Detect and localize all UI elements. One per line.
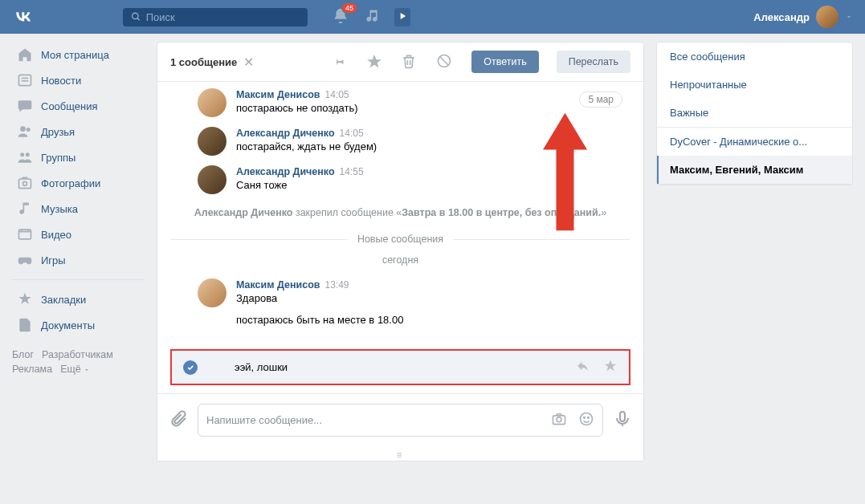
selection-count: 1 сообщение (170, 56, 237, 68)
messages-list: Максим Денисов14:05 постараюсь не опозда… (157, 82, 643, 393)
user-menu[interactable]: Александр (753, 6, 853, 28)
date-pill: 5 мар (579, 91, 622, 108)
svg-rect-19 (620, 412, 625, 421)
message-item[interactable]: Максим Денисов13:49 Здарова (170, 274, 630, 312)
footer-blog[interactable]: Блог (12, 349, 34, 360)
top-header: 45 Александр (0, 0, 865, 34)
check-icon (183, 360, 198, 375)
nav-groups[interactable]: Группы (12, 144, 145, 170)
spam-icon[interactable] (436, 53, 454, 71)
trash-icon[interactable] (401, 53, 418, 71)
new-messages-divider: Новые сообщения (170, 233, 630, 245)
notifications-icon[interactable]: 45 (332, 7, 349, 27)
attach-icon[interactable] (169, 409, 188, 431)
nav-documents[interactable]: Документы (12, 312, 145, 338)
svg-point-7 (20, 152, 24, 156)
folder-unread[interactable]: Непрочитанные (657, 71, 852, 99)
resize-handle-icon[interactable]: ≡ (157, 446, 643, 461)
video-icon[interactable] (394, 8, 410, 26)
message-item[interactable]: Александр Диченко14:05 постарайся, ждать… (170, 122, 630, 161)
folder-chat-1[interactable]: DyCover - Динамические о... (657, 128, 852, 156)
username: Александр (753, 11, 810, 23)
folder-all[interactable]: Все сообщения (657, 43, 852, 71)
footer-links: Блог Разработчикам Реклама Ещё (12, 349, 145, 375)
folder-chat-2[interactable]: Максим, Евгений, Максим (657, 156, 852, 184)
footer-ads[interactable]: Реклама (12, 364, 52, 375)
selected-message[interactable]: ээй, лошки (170, 349, 630, 385)
clear-selection-icon[interactable]: ✕ (243, 55, 254, 70)
svg-point-17 (584, 417, 586, 419)
svg-rect-9 (19, 179, 31, 189)
svg-point-5 (20, 126, 26, 132)
star-icon[interactable] (365, 53, 383, 71)
nav-messages[interactable]: Сообщения (12, 93, 145, 119)
nav-bookmarks[interactable]: Закладки (12, 287, 145, 312)
chat-header: 1 сообщение ✕ Ответить Переслать (157, 43, 643, 82)
nav-games[interactable]: Игры (12, 247, 145, 273)
folder-important[interactable]: Важные (657, 99, 852, 127)
footer-dev[interactable]: Разработчикам (42, 349, 113, 360)
message-input-row (157, 393, 643, 446)
reply-icon[interactable] (576, 359, 590, 376)
nav-music[interactable]: Музыка (12, 196, 145, 222)
mic-icon[interactable] (613, 409, 632, 431)
pin-icon[interactable] (330, 53, 348, 71)
svg-point-15 (557, 417, 561, 422)
emoji-icon[interactable] (578, 411, 594, 429)
search-field[interactable] (146, 11, 300, 23)
avatar (816, 6, 838, 28)
footer-more[interactable]: Ещё (60, 364, 90, 375)
svg-point-8 (26, 152, 30, 156)
message-field[interactable] (206, 414, 551, 426)
search-input[interactable] (123, 8, 308, 26)
music-icon[interactable] (364, 8, 380, 26)
vk-logo[interactable] (12, 5, 35, 30)
folders-panel: Все сообщения Непрочитанные Важные DyCov… (656, 42, 853, 185)
message-item[interactable]: Максим Денисов14:05 постараюсь не опозда… (170, 87, 630, 122)
svg-point-0 (133, 13, 138, 18)
message-input[interactable] (198, 404, 603, 437)
nav-news[interactable]: Новости (12, 67, 145, 93)
header-icons: 45 (332, 7, 410, 27)
chevron-down-icon (845, 11, 853, 23)
svg-line-13 (440, 57, 448, 65)
nav-my-page[interactable]: Моя страница (12, 42, 145, 67)
nav-friends[interactable]: Друзья (12, 119, 145, 144)
left-nav: Моя страница Новости Сообщения Друзья Гр… (12, 42, 145, 461)
svg-point-10 (23, 181, 27, 185)
selected-message-text: ээй, лошки (235, 361, 288, 373)
camera-icon[interactable] (551, 411, 567, 429)
svg-point-6 (27, 128, 31, 132)
svg-point-16 (581, 413, 593, 425)
nav-photos[interactable]: Фотографии (12, 170, 145, 196)
svg-line-1 (137, 18, 140, 21)
svg-point-18 (588, 417, 590, 419)
forward-button[interactable]: Переслать (557, 51, 630, 73)
notif-badge: 45 (341, 2, 357, 14)
star-icon[interactable] (603, 359, 618, 376)
nav-video[interactable]: Видео (12, 222, 145, 247)
date-label: сегодня (170, 251, 630, 274)
chat-panel: 1 сообщение ✕ Ответить Переслать Максим … (157, 42, 644, 461)
message-item[interactable]: постараюсь быть на месте в 18.00 (170, 312, 630, 346)
pinned-system-message: Александр Диченко закрепил сообщение «За… (170, 199, 630, 226)
message-item[interactable]: Александр Диченко14:55 Саня тоже (170, 161, 630, 199)
reply-button[interactable]: Ответить (471, 51, 538, 73)
